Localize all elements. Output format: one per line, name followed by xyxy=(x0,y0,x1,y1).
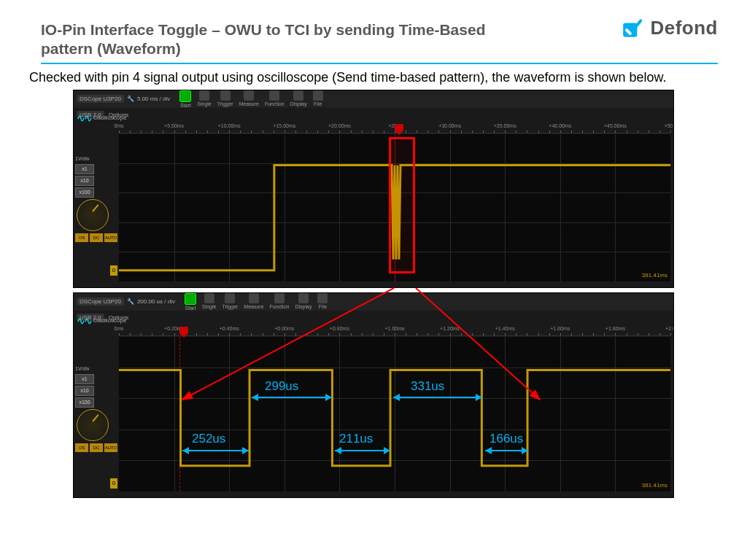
time-readout-2: 381.41ms xyxy=(642,482,667,489)
channel-side-panel: 1V/div x1 x10 x100 OS DC AUTO xyxy=(74,366,117,452)
wave-icon: ∿∿ xyxy=(77,315,91,327)
measure-arrow xyxy=(182,450,249,451)
function-button[interactable]: Function xyxy=(268,293,292,311)
oscilloscope-overview: DSCope U3P20 🔧 5.00 ms / div Start Singl… xyxy=(73,90,674,288)
time-readout-1: 381.41ms xyxy=(642,272,667,279)
scope2-toolbar2: USB 2.0 Options xyxy=(74,311,673,325)
device-badge: DSCope U3P20 xyxy=(77,95,124,103)
channel-marker: 0 xyxy=(110,478,117,489)
logo-checkbox-icon xyxy=(621,16,644,39)
measure-arrow xyxy=(335,450,390,451)
scope2-toolbar: DSCope U3P20 🔧 200.00 us / div Start Sin… xyxy=(74,293,673,311)
measure-low2: 211us xyxy=(339,432,373,446)
measure-arrow xyxy=(252,397,332,398)
trigger-marker xyxy=(179,327,188,334)
vscale-label: 1V/div xyxy=(75,156,117,161)
channel-marker: 0 xyxy=(110,265,117,276)
mode-os[interactable]: OS xyxy=(75,443,88,452)
single-button[interactable]: Single xyxy=(195,90,213,108)
start-button[interactable]: Start xyxy=(182,293,198,311)
waveform-trace-2 xyxy=(119,337,670,491)
description-text: Checked with pin 4 signal output using o… xyxy=(0,64,747,90)
scope1-toolbar: DSCope U3P20 🔧 5.00 ms / div Start Singl… xyxy=(74,90,673,108)
measure-low1: 252us xyxy=(192,432,225,446)
time-ruler-2: 0ms+0.20ms+0.40ms+0.60ms+0.80ms+1.00ms+1… xyxy=(119,325,670,336)
scale-x100[interactable]: x100 xyxy=(75,187,94,198)
scale-x1[interactable]: x1 xyxy=(75,374,94,384)
scope1-toolbar2: USB 2.0 Options xyxy=(74,108,673,122)
measure-button[interactable]: Measure xyxy=(241,293,266,311)
vscale-label: 1V/div xyxy=(75,366,117,371)
file-button[interactable]: File xyxy=(311,90,325,108)
scale-x10[interactable]: x10 xyxy=(75,386,94,396)
device-badge: DSCope U3P20 xyxy=(77,298,124,306)
mode-auto[interactable]: AUTO xyxy=(104,443,117,452)
start-button[interactable]: Start xyxy=(177,90,193,108)
mode-os[interactable]: OS xyxy=(75,233,88,242)
scale-x100[interactable]: x100 xyxy=(75,397,94,408)
measure-high2: 331us xyxy=(411,379,444,394)
measure-button[interactable]: Measure xyxy=(237,90,261,108)
measure-arrow xyxy=(393,397,482,398)
channel-dial[interactable] xyxy=(77,199,109,231)
brand-logo: Defond xyxy=(621,16,718,39)
scale-x10[interactable]: x10 xyxy=(75,176,94,186)
slide-title: IO-Pin Interface Toggle – OWU to TCI by … xyxy=(41,20,537,59)
timebase-label: 200.00 us / div xyxy=(137,298,175,305)
measure-high1: 299us xyxy=(265,379,298,394)
file-button[interactable]: File xyxy=(315,293,330,311)
trigger-marker xyxy=(395,124,403,131)
mode-dc[interactable]: DC xyxy=(90,443,103,452)
oscilloscope-zoom: DSCope U3P20 🔧 200.00 us / div Start Sin… xyxy=(73,292,674,498)
single-button[interactable]: Single xyxy=(200,293,218,311)
trigger-button[interactable]: Trigger xyxy=(220,293,240,311)
channel-side-panel: 1V/div x1 x10 x100 OS DC AUTO xyxy=(74,156,117,242)
mode-auto[interactable]: AUTO xyxy=(104,233,117,242)
display-button[interactable]: Display xyxy=(293,293,314,311)
wrench-icon: 🔧 xyxy=(127,298,134,305)
trigger-button[interactable]: Trigger xyxy=(215,90,236,108)
measure-low3: 166us xyxy=(489,432,523,446)
waveform-area-2[interactable]: 0 381.41ms 299us 331us 252us 211us 166us xyxy=(119,337,670,491)
function-button[interactable]: Function xyxy=(263,90,287,108)
mode-dc[interactable]: DC xyxy=(90,233,103,242)
timebase-label: 5.00 ms / div xyxy=(137,96,170,102)
display-button[interactable]: Display xyxy=(288,90,309,108)
wrench-icon: 🔧 xyxy=(127,96,134,102)
zoom-highlight-box xyxy=(389,137,415,274)
channel-dial[interactable] xyxy=(77,409,109,441)
wave-icon: ∿∿ xyxy=(77,112,91,124)
measure-arrow xyxy=(485,450,528,451)
waveform-area-1[interactable]: 0 381.41ms xyxy=(119,134,670,281)
logo-text: Defond xyxy=(650,17,718,39)
scale-x1[interactable]: x1 xyxy=(75,164,94,174)
